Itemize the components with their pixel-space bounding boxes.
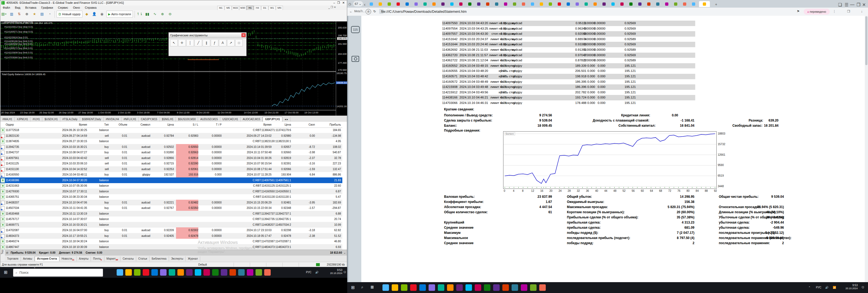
profiles-icon[interactable]: ▥ <box>8 10 15 18</box>
taskbar-app-icon[interactable] <box>484 284 490 291</box>
browser-tab[interactable] <box>618 1 625 7</box>
browser-tab[interactable] <box>574 1 581 7</box>
taskbar-app-icon[interactable] <box>134 269 141 276</box>
browser-tab[interactable] <box>511 1 518 7</box>
sidebar-badge-115[interactable]: 115 <box>351 26 360 33</box>
taskbar-app-icon[interactable] <box>447 284 454 291</box>
terminal-tab-Почта[interactable]: Почта6 <box>91 256 104 261</box>
table-row[interactable]: ⬆1145767172024.10.14 07:30:07balanceC:RB… <box>0 216 342 222</box>
close-icon[interactable]: ✕ <box>342 0 345 5</box>
chart-tab-AUDCAD,M15[interactable]: AUDCAD,M15 <box>241 117 262 121</box>
signal-icon[interactable]: ◉ <box>98 10 105 18</box>
chart-tab-AUDUSD,M15[interactable]: AUDUSD,M15 <box>198 117 220 121</box>
table-row[interactable]: 1138231302024.09.27 04:14:59sell0.01audc… <box>0 133 342 139</box>
chart-tab-GBPJPY,H1[interactable]: GBPJPY,H1 <box>262 117 282 121</box>
refresh-icon[interactable]: ↻ <box>373 9 376 13</box>
taskbar-app-icon[interactable] <box>502 284 509 291</box>
taskbar-app-icon[interactable] <box>465 284 472 291</box>
terminal-tab-Активы[interactable]: Активы <box>21 256 35 261</box>
terminal-tab-Маркет[interactable]: Маркет89 <box>104 256 121 261</box>
favorites-icon[interactable]: ★ <box>31 10 38 18</box>
terminal-tab-Новости[interactable]: Новости11 <box>59 256 77 261</box>
table-row[interactable]: ⬆1145304682024.10.11 13:30:19balanceC:RB… <box>0 211 342 216</box>
browser-tab[interactable] <box>368 1 375 7</box>
channel-tool-icon[interactable]: ∥ <box>203 39 210 47</box>
browser-tab[interactable] <box>600 1 608 7</box>
history-header-cell[interactable]: T / P <box>200 122 222 127</box>
taskbar-app-icon[interactable] <box>521 284 527 291</box>
market-watch-icon[interactable]: ⇅ <box>16 10 23 18</box>
taskbar-app-icon[interactable] <box>238 269 245 276</box>
taskbar-app-icon[interactable] <box>247 269 253 276</box>
browser-tab[interactable] <box>377 1 384 7</box>
terminal-tab-Журнал[interactable]: Журнал <box>186 256 200 261</box>
taskbar-app-icon[interactable] <box>410 284 416 291</box>
browser-tab[interactable] <box>404 1 411 7</box>
table-row[interactable]: ⬆1142769302024.10.07 17:30:11balanceC:RB… <box>0 188 342 194</box>
browser-tab[interactable] <box>439 1 446 7</box>
table-row[interactable]: ⬆1148674472024.10.18 10:30:39balanceC:RB… <box>0 244 342 250</box>
person-icon[interactable]: 👤 <box>91 10 98 18</box>
chart-tab-CADJPY,M15[interactable]: CADJPY,M15 <box>138 117 159 121</box>
taskbar-app-icon[interactable] <box>169 269 175 276</box>
browser-tab[interactable] <box>457 1 464 7</box>
chart-tab-#NVDA,H4[interactable]: #NVDA,H4 <box>104 117 122 121</box>
terminal-tab-Сигналы[interactable]: Сигналы <box>120 256 136 261</box>
history-header-cell[interactable]: Прибыль <box>315 122 341 127</box>
chart-tab-#TSLA,Daily[interactable]: #TSLA,Daily <box>60 117 80 121</box>
taskbar-app-icon[interactable] <box>212 269 219 276</box>
period-W1[interactable]: W1 <box>269 6 276 10</box>
collections-icon[interactable]: ❒ <box>847 9 850 13</box>
browser-tab[interactable] <box>654 1 661 7</box>
taskbar-app-icon[interactable] <box>143 269 149 276</box>
taskbar-app-icon[interactable] <box>382 284 389 291</box>
table-row[interactable]: ⬆1138748352024.09.27 19:30:15balanceC:RB… <box>0 138 342 144</box>
menu-Графики[interactable]: Графики <box>39 5 56 10</box>
notification-icon[interactable]: 🗨 <box>343 271 346 274</box>
tray-chevron-icon[interactable]: ⌃ <box>34 267 36 270</box>
graphic-tools-title[interactable]: Графические инструменты <box>169 33 246 38</box>
chart-tab-#V,H1[interactable]: #V,H1 <box>30 117 42 121</box>
strategy-tester-icon[interactable]: ◔ <box>46 10 53 18</box>
trend-line-tool-icon[interactable]: ╱ <box>194 39 202 47</box>
taskbar-app-icon[interactable] <box>186 269 193 276</box>
status-profile[interactable]: Default <box>198 262 207 267</box>
taskbar-app-icon[interactable] <box>512 284 518 291</box>
history-header-cell[interactable]: Ордер <box>6 122 22 127</box>
clock[interactable]: 9:5320.10.2024 <box>841 284 858 290</box>
browser-tab[interactable] <box>699 1 710 7</box>
browser-tab[interactable] <box>448 1 456 7</box>
menu-Вставка[interactable]: Вставка <box>23 5 39 10</box>
bookmark-flag-icon[interactable]: ⚑ <box>797 9 800 13</box>
taskbar-app-icon[interactable] <box>195 269 201 276</box>
restore-icon[interactable]: ❐ <box>857 2 860 7</box>
search-icon[interactable]: ⌕ <box>361 285 364 290</box>
chart-tab-$SNG,H1[interactable]: $SNG,H1 <box>160 117 176 121</box>
period-MN[interactable]: MN <box>276 6 283 10</box>
table-row[interactable]: 1148343732024.10.17 19:55:21buy0.01audca… <box>0 233 342 239</box>
browser-tab[interactable] <box>592 1 599 7</box>
chart-tab-$SUS100,M30[interactable]: $SUS100,M30 <box>176 117 198 121</box>
terminal-tab-Статьи[interactable]: Статьи <box>136 256 150 261</box>
table-row[interactable]: ⬆1143657512024.10.08 23:30:34balanceC:RB… <box>0 194 342 200</box>
history-header-cell[interactable]: Своп <box>293 122 315 127</box>
history-header-cell[interactable]: Время <box>224 122 272 127</box>
browser-tab[interactable] <box>637 1 643 7</box>
close-icon[interactable]: ✕ <box>862 2 866 7</box>
translated-badge[interactable]: ѧ переведено <box>804 9 830 14</box>
history-header-cell[interactable]: Объем <box>112 122 127 127</box>
table-row[interactable]: 1139427352024.10.03 16:30:21buy0.01audca… <box>0 144 342 150</box>
history-clock-icon[interactable]: ◷ <box>348 2 351 6</box>
browser-tab[interactable] <box>672 1 679 7</box>
language-indicator[interactable]: РУС <box>306 271 311 274</box>
table-row[interactable]: 1141511252024.10.03 20:06:10sell0.01audc… <box>0 160 342 166</box>
chart-tab-#JPM,H1[interactable]: #JPM,H1 <box>14 117 30 121</box>
table-row[interactable]: ⬆1137725182024.09.26 10:30:25balanceC:RB… <box>0 127 342 133</box>
zoom-in-icon[interactable]: ⊕ <box>159 10 166 18</box>
back-icon[interactable]: ← <box>349 9 352 13</box>
browser-tab[interactable] <box>395 1 402 7</box>
taskbar-app-icon[interactable] <box>493 284 500 291</box>
menu-Окно[interactable]: Окно <box>70 5 83 10</box>
taskbar-app-icon[interactable] <box>475 284 481 291</box>
crosshair-icon[interactable]: ⊕ <box>23 10 30 18</box>
